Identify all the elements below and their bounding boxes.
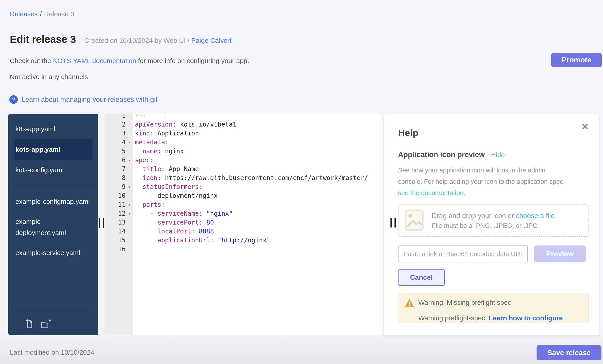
created-by-link[interactable]: Paige Calvert [191,37,232,44]
editor-code-area[interactable]: ---apiVersion: kots.io/v1beta1kind: Appl… [133,114,380,335]
text-cursor [164,114,165,119]
image-placeholder-icon [405,210,424,232]
docs-hint-prefix: Check out the [10,57,53,64]
cancel-button[interactable]: Cancel [398,269,445,286]
gutter-line-11[interactable]: 11▾ [105,200,133,209]
see-documentation-link[interactable]: see the documentation [398,189,464,197]
description-line-3: see the documentation. [398,187,586,199]
breadcrumb-separator: / [40,10,42,18]
help-panel-resize-handle[interactable] [391,218,397,228]
file-tree-item-kots-app-yaml[interactable]: kots-app.yaml [14,139,93,160]
code-line-13[interactable]: servicePort: 80 [135,218,380,227]
question-mark-icon: ? [9,95,18,104]
code-line-1[interactable]: --- [135,114,380,120]
breadcrumb: Releases/Release 3 [10,10,74,18]
help-panel: ✕ Help Application icon preview Hide See… [384,114,599,335]
code-line-10[interactable]: - deployment/nginx [135,191,380,200]
file-tree-item-example-service-yaml[interactable]: example-service.yaml [14,243,93,263]
code-line-11[interactable]: ports: [135,200,380,209]
file-tree-item-kots-config-yaml[interactable]: kots-config.yaml [14,160,93,180]
editor-scrollbar[interactable] [380,114,383,335]
gutter-line-12[interactable]: 12▾ [105,209,133,218]
choose-file-link[interactable]: choose a file [516,212,555,220]
learn-configure-link[interactable]: Learn how to configure [489,314,563,322]
gutter-line-13[interactable]: 13 [105,218,133,227]
kots-yaml-docs-link[interactable]: KOTS YAML documentation [53,57,136,64]
breadcrumb-current: Release 3 [44,10,74,18]
yaml-editor[interactable]: 1234▾56▾789▾1011▾12▾13141516 ---apiVersi… [105,114,383,335]
gutter-line-10[interactable]: 10 [105,191,133,200]
gutter-line-16[interactable]: 16 [105,245,133,254]
warning-title: Warning: Missing preflight spec [418,299,511,306]
dropzone-text: Drag and drop your icon or choose a file [432,212,555,220]
sidebar-bottom-divider [14,311,92,311]
file-tree-item-k8s-app-yaml[interactable]: k8s-app.yaml [14,119,93,139]
code-line-15[interactable]: applicationUrl: "http://nginx" [135,236,380,245]
icon-preview-description: See how your application icon will look … [398,165,586,199]
close-icon[interactable]: ✕ [581,122,589,132]
gutter-line-3[interactable]: 3 [105,129,133,138]
code-line-3[interactable]: kind: Application [135,129,380,138]
gutter-line-2[interactable]: 2 [105,120,133,129]
hide-link[interactable]: Hide [491,151,505,159]
fold-arrow-icon[interactable]: ▾ [126,182,133,191]
docs-hint-suffix: for more info on configuring your app. [136,57,249,64]
add-file-icon[interactable] [25,319,35,329]
code-line-5[interactable]: name: nginx [135,147,380,156]
git-help-row: ? Learn about managing your releases wit… [9,95,157,104]
file-tree-sidebar: k8s-app.yamlkots-app.yamlkots-config.yam… [8,114,98,335]
file-tree-item-example-configmap-yaml[interactable]: example-configmap.yaml [14,192,93,212]
gutter-line-6[interactable]: 6▾ [105,156,133,165]
add-folder-icon[interactable] [40,319,52,329]
fold-arrow-icon[interactable]: ▾ [126,200,133,209]
indent-guide [180,218,180,244]
promote-button[interactable]: Promote [551,53,602,67]
gutter-line-5[interactable]: 5 [105,147,133,156]
icon-url-input[interactable] [398,245,528,262]
code-line-16[interactable] [135,245,380,254]
editor-gutter: 1234▾56▾789▾1011▾12▾13141516 [105,114,133,335]
gutter-line-9[interactable]: 9▾ [105,182,133,191]
code-line-6[interactable]: spec: [135,156,380,165]
breadcrumb-releases-link[interactable]: Releases [10,10,38,18]
fold-arrow-icon[interactable]: ▾ [126,209,133,218]
created-prefix: Created on 10/10/2024 by Web UI / [84,37,191,44]
description-line-1: See how your application icon will look … [398,165,586,176]
warning-detail: Warning preflight-spec. Learn how to con… [405,314,582,322]
file-list: k8s-app.yamlkots-app.yamlkots-config.yam… [8,119,98,263]
icon-dropzone[interactable]: Drag and drop your icon or choose a file… [398,205,589,237]
fold-arrow-icon[interactable]: ▾ [126,138,133,147]
last-modified-text: Last modified on 10/10/2024 [10,349,94,356]
gutter-line-14[interactable]: 14 [105,227,133,236]
save-release-button[interactable]: Save release [536,345,602,360]
code-line-9[interactable]: statusInformers: [135,182,380,191]
code-line-14[interactable]: localPort: 8888 [135,227,380,236]
code-line-12[interactable]: - serviceName: "nginx" [135,209,380,218]
preview-button[interactable]: Preview [534,245,586,262]
file-tree-divider [14,186,93,186]
gutter-line-15[interactable]: 15 [105,236,133,245]
description-line-2: console. For help adding your icon to th… [398,176,586,187]
sidebar-resize-handle[interactable] [99,218,105,228]
description-period: . [464,189,465,197]
fold-arrow-icon[interactable]: ▾ [126,156,133,165]
git-releases-link[interactable]: Learn about managing your releases with … [21,96,157,104]
dropzone-prefix: Drag and drop your icon or [432,212,516,220]
warning-detail-text: Warning preflight-spec. [418,314,489,322]
channel-status-text: Not active in any channels [10,73,88,81]
code-line-7[interactable]: title: App Name [135,165,380,174]
code-line-2[interactable]: apiVersion: kots.io/v1beta1 [135,120,380,129]
preflight-warning-box: Warning: Missing preflight spec Warning … [398,293,589,323]
file-tree-item-example-deployment-yaml[interactable]: example-deployment.yaml [14,212,93,243]
gutter-line-8[interactable]: 8 [105,174,133,182]
code-line-4[interactable]: metadata: [135,138,380,147]
gutter-line-7[interactable]: 7 [105,165,133,174]
docs-hint: Check out the KOTS YAML documentation fo… [10,57,249,65]
created-text: Created on 10/10/2024 by Web UI / Paige … [84,37,232,44]
warning-triangle-icon [405,299,414,309]
gutter-line-1[interactable]: 1 [105,114,133,120]
gutter-line-4[interactable]: 4▾ [105,138,133,147]
code-line-8[interactable]: icon: https://raw.githubusercontent.com/… [135,174,380,182]
sidebar-bottom [8,311,98,335]
dropzone-requirements: File must be a .PNG, .JPEG, or .JPG [432,222,555,230]
